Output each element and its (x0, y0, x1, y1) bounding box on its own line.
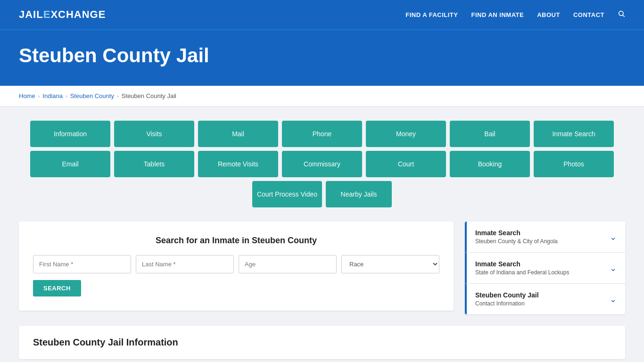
main-content: Information Visits Mail Phone Money Bail… (0, 107, 644, 362)
btn-photos[interactable]: Photos (534, 151, 614, 177)
chevron-down-icon: ⌄ (610, 232, 617, 242)
sidebar-card-2-subtitle: State of Indiana and Federal Lockups (475, 269, 569, 276)
btn-phone[interactable]: Phone (282, 121, 362, 147)
btn-email[interactable]: Email (30, 151, 110, 177)
breadcrumb-indiana[interactable]: Indiana (42, 92, 63, 99)
sidebar-card-1-title: Inmate Search (475, 229, 558, 237)
last-name-input[interactable] (136, 255, 234, 273)
search-icon-button[interactable] (618, 10, 625, 19)
logo-ex: E (43, 8, 51, 21)
breadcrumb-current: Steuben County Jail (122, 92, 176, 99)
nav-find-facility[interactable]: FIND A FACILITY (405, 11, 458, 18)
sidebar-cards: Inmate Search Steuben County & City of A… (465, 222, 625, 314)
search-button[interactable]: SEARCH (33, 280, 81, 296)
btn-inmate-search[interactable]: Inmate Search (534, 121, 614, 147)
breadcrumb: Home › Indiana › Steuben County › Steube… (19, 92, 625, 99)
search-icon (618, 10, 625, 17)
grid-row-2: Email Tablets Remote Visits Commissary C… (19, 151, 625, 177)
first-name-input[interactable] (33, 255, 131, 273)
logo-jail: JAIL (19, 8, 43, 21)
btn-commissary[interactable]: Commissary (282, 151, 362, 177)
sidebar-card-3-text: Steuben County Jail Contact Information (475, 291, 539, 307)
sidebar-card-3-subtitle: Contact Information (475, 300, 539, 307)
chevron-down-icon-3: ⌄ (610, 294, 617, 304)
btn-tablets[interactable]: Tablets (114, 151, 194, 177)
breadcrumb-sep-2: › (66, 93, 67, 99)
search-form-title: Search for an Inmate in Steuben County (33, 236, 439, 246)
btn-court-process-video[interactable]: Court Process Video (252, 181, 322, 207)
btn-mail[interactable]: Mail (198, 121, 278, 147)
btn-remote-visits[interactable]: Remote Visits (198, 151, 278, 177)
breadcrumb-sep-1: › (38, 93, 40, 99)
grid-buttons: Information Visits Mail Phone Money Bail… (19, 121, 625, 207)
sidebar-card-3-title: Steuben County Jail (475, 291, 539, 299)
breadcrumb-sep-3: › (117, 93, 119, 99)
grid-row-3: Court Process Video Nearby Jails (19, 181, 625, 207)
sidebar-card-2-title: Inmate Search (475, 260, 569, 268)
sidebar-card-2-text: Inmate Search State of Indiana and Feder… (475, 260, 569, 276)
age-input[interactable] (239, 255, 337, 273)
btn-information[interactable]: Information (30, 121, 110, 147)
btn-money[interactable]: Money (366, 121, 446, 147)
btn-visits[interactable]: Visits (114, 121, 194, 147)
nav-find-inmate[interactable]: FIND AN INMATE (471, 11, 524, 18)
breadcrumb-home[interactable]: Home (19, 92, 35, 99)
sidebar-card-1[interactable]: Inmate Search Steuben County & City of A… (465, 222, 625, 253)
sidebar-card-1-text: Inmate Search Steuben County & City of A… (475, 229, 558, 245)
breadcrumb-bar: Home › Indiana › Steuben County › Steube… (0, 86, 644, 107)
main-nav: FIND A FACILITY FIND AN INMATE ABOUT CON… (405, 10, 625, 19)
lower-section: Search for an Inmate in Steuben County R… (19, 222, 625, 314)
svg-point-0 (619, 11, 623, 16)
nav-contact[interactable]: CONTACT (573, 11, 604, 18)
site-logo[interactable]: JAILEXCHANGE (19, 8, 106, 21)
bottom-section-title: Steuben County Jail Information (33, 337, 611, 348)
btn-court[interactable]: Court (366, 151, 446, 177)
btn-bail[interactable]: Bail (450, 121, 530, 147)
btn-booking[interactable]: Booking (450, 151, 530, 177)
nav-about[interactable]: ABOUT (537, 11, 560, 18)
chevron-down-icon-2: ⌄ (610, 263, 617, 273)
bottom-section: Steuben County Jail Information (19, 326, 625, 359)
sidebar-card-2[interactable]: Inmate Search State of Indiana and Feder… (465, 253, 625, 284)
name-fields-row: Race White Black Hispanic Asian Other (33, 255, 439, 273)
breadcrumb-steuben-county[interactable]: Steuben County (70, 92, 114, 99)
svg-line-1 (623, 15, 625, 17)
site-header: JAILEXCHANGE FIND A FACILITY FIND AN INM… (0, 0, 644, 30)
btn-nearby-jails[interactable]: Nearby Jails (326, 181, 392, 207)
race-select[interactable]: Race White Black Hispanic Asian Other (341, 255, 439, 273)
hero-section: Steuben County Jail (0, 30, 644, 86)
logo-xchange: XCHANGE (50, 8, 106, 21)
inmate-search-form-card: Search for an Inmate in Steuben County R… (19, 222, 454, 311)
page-title: Steuben County Jail (19, 44, 625, 67)
sidebar-card-3[interactable]: Steuben County Jail Contact Information … (465, 284, 625, 314)
sidebar-card-1-subtitle: Steuben County & City of Angola (475, 238, 558, 245)
grid-row-1: Information Visits Mail Phone Money Bail… (19, 121, 625, 147)
